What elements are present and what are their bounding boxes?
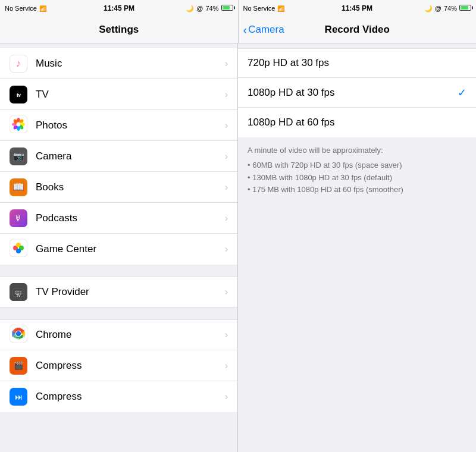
chevron-right-icon: ›: [225, 120, 228, 131]
svg-rect-18: [15, 291, 17, 292]
option-1080p30-label: 1080p HD at 30 fps: [248, 87, 458, 99]
option-1080p60-label: 1080p HD at 60 fps: [248, 117, 458, 128]
chevron-left-icon: ‹: [243, 24, 248, 36]
back-button[interactable]: ‹ Camera: [243, 24, 284, 36]
settings-group-third-party: Chrome › 🎬 Compress › ⏭ Compress ›: [0, 319, 237, 412]
settings-group-tvprovider: TV TV Provider ›: [0, 277, 237, 307]
compress1-icon: 🎬: [10, 357, 27, 375]
video-options-group: 720p HD at 30 fps ✓ 1080p HD at 30 fps ✓…: [238, 48, 476, 137]
svg-text:TV: TV: [16, 294, 21, 297]
photos-icon: [10, 115, 27, 136]
record-video-title: Record Video: [325, 24, 390, 36]
chrome-icon: [10, 325, 27, 345]
settings-row-podcasts[interactable]: 🎙 Podcasts ›: [0, 203, 237, 234]
chevron-right-icon: ›: [225, 89, 228, 100]
tv-label: TV: [36, 89, 225, 101]
podcasts-label: Podcasts: [36, 212, 225, 224]
back-label: Camera: [248, 24, 284, 36]
tv-icon: tv: [10, 86, 27, 103]
chevron-right-icon: ›: [225, 182, 228, 193]
nav-bar-settings: Settings: [0, 17, 239, 43]
settings-row-tv[interactable]: tv TV ›: [0, 79, 237, 110]
record-video-panel: 720p HD at 30 fps ✓ 1080p HD at 30 fps ✓…: [238, 43, 476, 452]
time-left: 11:45 PM: [104, 4, 134, 12]
checkmark-1080p30: ✓: [458, 86, 466, 99]
status-bar-left: No Service 📶 11:45 PM 🌙 @ 74%: [0, 0, 238, 17]
moon-icon-left: 🌙: [186, 5, 194, 12]
time-right: 11:45 PM: [342, 4, 372, 12]
at-icon-right: @: [435, 5, 441, 12]
books-icon: 📖: [10, 178, 27, 196]
option-720p30-label: 720p HD at 30 fps: [248, 57, 458, 69]
music-icon: ♪: [10, 55, 27, 73]
chevron-right-icon: ›: [225, 287, 228, 297]
settings-row-gamecenter[interactable]: Game Center ›: [0, 234, 237, 265]
option-1080p30[interactable]: 1080p HD at 30 fps ✓: [238, 78, 476, 108]
battery-icon-left: [221, 5, 233, 12]
camera-label: Camera: [36, 150, 225, 162]
settings-row-books[interactable]: 📖 Books ›: [0, 172, 237, 203]
svg-point-9: [17, 122, 21, 126]
video-info-box: A minute of video will be approximately:…: [238, 137, 476, 203]
svg-rect-10: [10, 239, 27, 257]
signal-right: No Service: [243, 5, 275, 12]
podcasts-icon: 🎙: [10, 209, 27, 227]
option-720p30[interactable]: 720p HD at 30 fps ✓: [238, 48, 476, 78]
info-bullet-2: • 130MB with 1080p HD at 30 fps (default…: [248, 172, 466, 184]
tvprovider-label: TV Provider: [36, 286, 225, 298]
chrome-label: Chrome: [36, 329, 225, 341]
settings-row-camera[interactable]: 📷 Camera ›: [0, 141, 237, 172]
compress2-label: Compress: [36, 391, 225, 403]
settings-panel: ♪ Music › tv TV ›: [0, 43, 238, 452]
music-label: Music: [36, 58, 225, 70]
chevron-right-icon: ›: [225, 244, 228, 255]
settings-group-apps: ♪ Music › tv TV ›: [0, 48, 237, 265]
gamecenter-icon: [10, 239, 27, 259]
settings-nav-title: Settings: [99, 24, 139, 36]
info-heading: A minute of video will be approximately:: [248, 145, 466, 157]
svg-point-14: [16, 249, 21, 253]
settings-row-photos[interactable]: Photos ›: [0, 110, 237, 141]
svg-point-32: [16, 331, 21, 336]
settings-row-music[interactable]: ♪ Music ›: [0, 48, 237, 79]
settings-row-chrome[interactable]: Chrome ›: [0, 319, 237, 350]
nav-bar-record-video: ‹ Camera Record Video: [239, 17, 477, 43]
at-icon-left: @: [196, 5, 203, 12]
compress2-icon: ⏭: [10, 388, 27, 406]
chevron-right-icon: ›: [225, 391, 228, 402]
tvprovider-icon: TV: [10, 283, 27, 301]
status-bar-right: No Service 📶 11:45 PM 🌙 @ 74%: [239, 0, 477, 17]
wifi-icon-right: 📶: [277, 5, 284, 12]
info-bullet-1: • 60MB with 720p HD at 30 fps (space sav…: [248, 159, 466, 172]
books-label: Books: [36, 181, 225, 193]
chevron-right-icon: ›: [225, 58, 228, 69]
wifi-icon-left: 📶: [39, 5, 46, 12]
chevron-right-icon: ›: [225, 151, 228, 162]
battery-pct-left: 74%: [205, 5, 218, 12]
chevron-right-icon: ›: [225, 329, 228, 340]
battery-icon-right: [459, 5, 471, 12]
settings-row-compress1[interactable]: 🎬 Compress ›: [0, 350, 237, 381]
moon-icon-right: 🌙: [424, 5, 433, 12]
battery-pct-right: 74%: [444, 5, 457, 12]
option-1080p60[interactable]: 1080p HD at 60 fps ✓: [238, 108, 476, 137]
settings-row-compress2[interactable]: ⏭ Compress ›: [0, 381, 237, 412]
chevron-right-icon: ›: [225, 360, 228, 371]
chevron-right-icon: ›: [225, 213, 228, 224]
gamecenter-label: Game Center: [36, 243, 225, 255]
photos-label: Photos: [36, 120, 225, 131]
signal-left: No Service: [5, 5, 37, 12]
svg-rect-22: [20, 291, 21, 292]
settings-row-tvprovider[interactable]: TV TV Provider ›: [0, 277, 237, 307]
info-bullet-3: • 175 MB with 1080p HD at 60 fps (smooth…: [248, 184, 466, 196]
compress1-label: Compress: [36, 360, 225, 372]
svg-rect-20: [17, 291, 19, 292]
camera-app-icon: 📷: [10, 147, 27, 165]
